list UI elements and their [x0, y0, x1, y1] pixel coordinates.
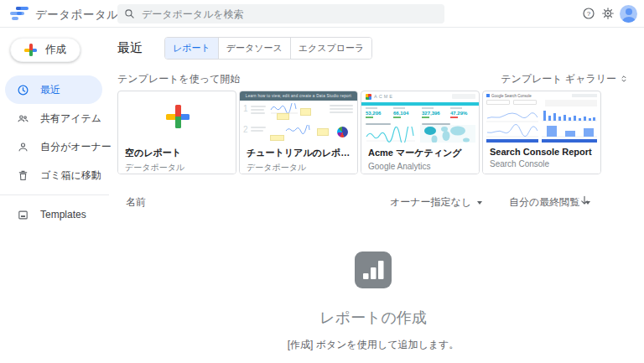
sidebar: 作成 最近 共有アイテム 自分がオーナー: [0, 28, 109, 363]
line-chart-decor: [366, 127, 416, 143]
clock-icon: [17, 84, 29, 96]
sidebar-item-label: Templates: [40, 209, 86, 220]
plus-icon: [166, 105, 190, 128]
card-thumbnail: Google Search Console: [483, 91, 600, 144]
step-number: 2: [243, 125, 248, 134]
bar-chart-decor: [542, 123, 597, 138]
person-icon: [17, 141, 29, 153]
world-map-decor: [420, 125, 475, 144]
tab-explorer[interactable]: エクスプローラ: [290, 38, 372, 59]
settings-button[interactable]: [601, 7, 615, 20]
sidebar-item-label: ゴミ箱に移動: [40, 169, 101, 183]
sidebar-item-label: 自分がオーナー: [40, 140, 112, 154]
card-subtitle: Google Analytics: [368, 162, 472, 171]
template-card-tutorial[interactable]: Learn how to view, edit and create a Dat…: [239, 91, 358, 174]
page-title: 最近: [117, 40, 143, 56]
line-chart-decor: [285, 125, 310, 135]
bar-chart-decor: [542, 108, 597, 122]
owner-filter-dropdown[interactable]: オーナー指定なし: [390, 195, 482, 210]
app-title: データポータル: [35, 8, 119, 23]
search-input[interactable]: [142, 8, 438, 20]
unfold-more-icon: [619, 74, 629, 84]
template-gallery-label: テンプレート ギャラリー: [501, 72, 616, 86]
line-chart-decor: [486, 109, 538, 123]
help-button[interactable]: ?: [582, 7, 595, 20]
sidebar-item-label: 最近: [40, 83, 60, 97]
search-bar[interactable]: [117, 4, 444, 23]
templates-icon: [17, 209, 29, 221]
empty-state-subtitle: [作成] ボタンを使用して追加します。: [117, 338, 629, 352]
sidebar-nav: 最近 共有アイテム 自分がオーナー ゴミ箱に移動: [0, 75, 109, 229]
card-title: Acme マーケティング: [368, 147, 472, 159]
people-icon: [17, 112, 29, 125]
sidebar-item-owned-by-me[interactable]: 自分がオーナー: [0, 132, 109, 161]
dropdown-caret-icon: [477, 201, 482, 205]
kpi-value: 53,206: [366, 111, 391, 116]
report-chart-icon: [355, 252, 392, 288]
sidebar-item-recent[interactable]: 最近: [5, 75, 102, 104]
template-gallery-button[interactable]: テンプレート ギャラリー: [501, 72, 629, 86]
card-subtitle: データポータル: [247, 162, 351, 174]
data-studio-logo-icon: [10, 7, 30, 21]
create-button[interactable]: 作成: [10, 38, 80, 62]
svg-text:?: ?: [587, 10, 591, 18]
card-subtitle: Search Console: [490, 159, 594, 169]
pie-chart-decor: [337, 127, 348, 137]
tab-reports[interactable]: レポート: [165, 38, 218, 59]
search-console-logo-icon: [486, 94, 490, 97]
column-name: 名前: [126, 195, 146, 210]
plus-icon: [24, 44, 37, 56]
search-icon: [124, 8, 135, 19]
kpi-value: 66,104: [393, 111, 418, 116]
report-list-header: 名前 オーナー指定なし 自分の最終閲覧: [117, 194, 629, 208]
asset-type-tabs: レポート データソース エクスプローラ: [164, 37, 372, 60]
empty-state: レポートの作成 [作成] ボタンを使用して追加します。: [117, 252, 629, 352]
card-title: チュートリアルのレポート: [247, 147, 351, 159]
acme-logo-icon: [366, 94, 371, 100]
card-title: Search Console Report: [490, 147, 594, 157]
template-card-blank[interactable]: 空のレポート データポータル: [117, 91, 236, 174]
tab-data-sources[interactable]: データソース: [218, 38, 290, 59]
step-number: 1: [243, 104, 248, 113]
template-card-acme[interactable]: ACME 53,206 66,104 327,396 47.29%: [361, 91, 480, 174]
app-bar: データポータル ?: [0, 0, 644, 28]
sort-direction-button[interactable]: [579, 194, 590, 206]
sidebar-item-shared[interactable]: 共有アイテム: [0, 104, 109, 132]
acme-brand-text: ACME: [374, 94, 394, 99]
main-content: 最近 レポート データソース エクスプローラ テンプレートを使って開始 テンプレ…: [109, 28, 644, 363]
empty-state-title: レポートの作成: [117, 308, 629, 328]
sidebar-divider: [0, 194, 109, 195]
user-avatar[interactable]: [620, 5, 637, 23]
create-button-label: 作成: [45, 43, 66, 57]
kpi-value: 327,396: [422, 111, 447, 116]
thumb-header-text: Google Search Console: [491, 94, 532, 98]
template-cards: 空のレポート データポータル Learn how to view, edit a…: [117, 91, 629, 174]
card-title: 空のレポート: [125, 147, 229, 159]
kpi-value: 47.29%: [450, 111, 475, 116]
sidebar-item-trash[interactable]: ゴミ箱に移動: [0, 161, 109, 189]
sidebar-item-templates[interactable]: Templates: [0, 200, 109, 229]
card-thumbnail: ACME 53,206 66,104 327,396 47.29%: [361, 91, 479, 144]
template-section-label: テンプレートを使って開始: [117, 72, 240, 86]
thumb-header-text: Learn how to view, edit and create a Dat…: [240, 91, 357, 101]
card-subtitle: データポータル: [125, 162, 229, 174]
template-card-search-console[interactable]: Google Search Console: [482, 91, 601, 174]
sidebar-item-label: 共有アイテム: [40, 111, 101, 126]
line-chart-decor: [486, 124, 538, 138]
trash-icon: [17, 169, 29, 182]
card-thumbnail: Learn how to view, edit and create a Dat…: [240, 91, 357, 144]
